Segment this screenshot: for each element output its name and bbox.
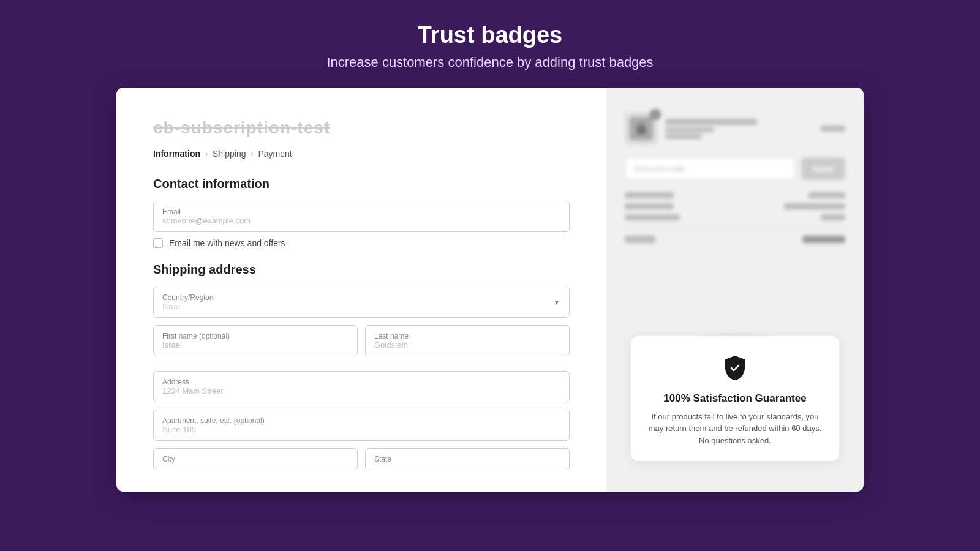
shipping-row (625, 203, 845, 209)
order-summary (625, 192, 845, 243)
total-value (802, 236, 845, 243)
total-label (625, 236, 655, 243)
apt-label: Apartment, suite, etc. (optional) (162, 416, 560, 425)
main-card: cb-subscription-test Information › Shipp… (116, 88, 864, 492)
first-name-label: First name (optional) (162, 332, 349, 340)
apt-value: Suite 100 (162, 425, 560, 434)
trust-badge-card: 100% Satisfaction Guarantee If our produ… (631, 336, 839, 462)
order-item-sub1 (665, 127, 714, 132)
discount-row (625, 214, 845, 220)
order-item-price (821, 126, 845, 132)
contact-section-title: Contact information (153, 177, 570, 191)
country-value: Israel (162, 302, 213, 311)
discount-label (625, 214, 680, 220)
order-item: 1 (625, 112, 845, 145)
order-item-name (665, 119, 757, 125)
shipping-value (784, 203, 845, 209)
city-label: City (162, 455, 349, 463)
checkout-form-panel: cb-subscription-test Information › Shipp… (116, 88, 606, 492)
newsletter-checkbox[interactable] (153, 238, 163, 248)
newsletter-label: Email me with news and offers (169, 238, 285, 248)
shipping-section-title: Shipping address (153, 263, 570, 277)
item-quantity-badge: 1 (650, 109, 661, 120)
breadcrumb-payment[interactable]: Payment (258, 149, 292, 159)
chevron-down-icon: ▼ (553, 298, 560, 307)
shield-check-icon (720, 353, 750, 383)
last-name-value: Goldstein (374, 340, 560, 350)
discount-value (821, 214, 845, 220)
order-item-sub2 (665, 134, 702, 139)
subtotal-label (625, 192, 674, 198)
page-title: Trust badges (0, 22, 980, 48)
breadcrumb-shipping[interactable]: Shipping (213, 149, 246, 159)
order-item-info (665, 119, 813, 139)
address-field[interactable]: Address 1234 Main Street (153, 371, 570, 402)
breadcrumb-sep-1: › (205, 149, 208, 158)
newsletter-checkbox-row: Email me with news and offers (153, 238, 570, 248)
breadcrumb-information[interactable]: Information (153, 149, 200, 159)
shield-icon-wrap (648, 353, 822, 385)
city-state-row: City State (153, 448, 570, 478)
last-name-field[interactable]: Last name Goldstein (365, 325, 570, 356)
breadcrumb-sep-2: › (251, 149, 254, 158)
last-name-label: Last name (374, 332, 560, 340)
address-value: 1234 Main Street (162, 386, 560, 395)
total-row (625, 228, 845, 243)
address-label: Address (162, 378, 560, 386)
order-summary-panel: 1 Discount code Apply (606, 88, 864, 492)
first-name-field[interactable]: First name (optional) Israel (153, 325, 358, 356)
product-thumbnail: 1 (625, 112, 658, 145)
email-label: Email (162, 208, 560, 216)
email-value[interactable]: someone@example.com (162, 216, 560, 225)
state-label: State (374, 455, 560, 463)
shipping-label (625, 203, 674, 209)
country-select[interactable]: Country/Region Israel ▼ (153, 287, 570, 318)
first-name-value: Israel (162, 340, 349, 350)
coupon-input[interactable]: Discount code (625, 157, 795, 180)
breadcrumb: Information › Shipping › Payment (153, 149, 570, 159)
state-field[interactable]: State (365, 448, 570, 470)
email-field-wrap: Email someone@example.com (153, 201, 570, 232)
trust-badge-description: If our products fail to live to your sta… (648, 411, 822, 447)
city-field[interactable]: City (153, 448, 358, 470)
apt-field[interactable]: Apartment, suite, etc. (optional) Suite … (153, 410, 570, 441)
coupon-row: Discount code Apply (625, 157, 845, 180)
trust-badge-title: 100% Satisfaction Guarantee (648, 392, 822, 405)
subtotal-row (625, 192, 845, 198)
page-header: Trust badges Increase customers confiden… (0, 0, 980, 88)
subtotal-value (809, 192, 845, 198)
name-row: First name (optional) Israel Last name G… (153, 325, 570, 364)
country-label: Country/Region (162, 293, 213, 302)
shipping-section: Shipping address Country/Region Israel ▼… (153, 263, 570, 478)
store-name: cb-subscription-test (153, 118, 570, 138)
coupon-apply-button[interactable]: Apply (801, 157, 845, 180)
page-subtitle: Increase customers confidence by adding … (0, 54, 980, 70)
